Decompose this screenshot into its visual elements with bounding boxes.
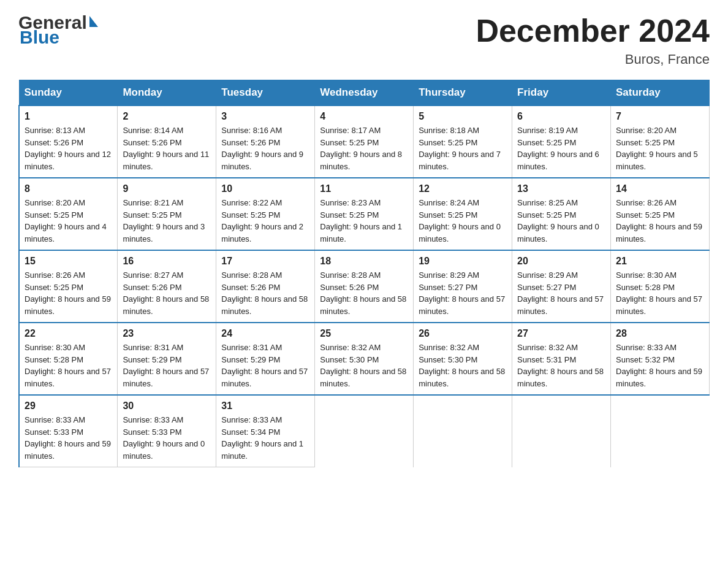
calendar-day-cell: 18 Sunrise: 8:28 AM Sunset: 5:26 PM Dayl… [315, 250, 414, 323]
day-number: 5 [419, 111, 507, 122]
day-info: Sunrise: 8:13 AM Sunset: 5:26 PM Dayligh… [25, 124, 112, 172]
day-number: 31 [221, 400, 309, 412]
day-number: 19 [419, 256, 507, 267]
calendar-day-cell: 24 Sunrise: 8:31 AM Sunset: 5:29 PM Dayl… [216, 323, 315, 395]
day-info: Sunrise: 8:20 AM Sunset: 5:25 PM Dayligh… [25, 197, 112, 245]
calendar-day-cell: 12 Sunrise: 8:24 AM Sunset: 5:25 PM Dayl… [414, 178, 512, 250]
calendar-day-cell: 10 Sunrise: 8:22 AM Sunset: 5:25 PM Dayl… [216, 178, 315, 250]
day-number: 10 [221, 183, 309, 194]
day-number: 7 [616, 111, 704, 122]
location-text: Buros, France [476, 52, 710, 67]
calendar-day-cell: 17 Sunrise: 8:28 AM Sunset: 5:26 PM Dayl… [216, 250, 315, 323]
col-friday: Friday [512, 80, 611, 106]
calendar-day-cell: 21 Sunrise: 8:30 AM Sunset: 5:28 PM Dayl… [611, 250, 710, 323]
calendar-table: Sunday Monday Tuesday Wednesday Thursday… [18, 80, 710, 467]
calendar-day-cell: 27 Sunrise: 8:32 AM Sunset: 5:31 PM Dayl… [512, 323, 611, 395]
day-info: Sunrise: 8:33 AM Sunset: 5:32 PM Dayligh… [616, 342, 704, 389]
page-header: General Blue December 2024 Buros, France [18, 12, 710, 67]
calendar-day-cell: 22 Sunrise: 8:30 AM Sunset: 5:28 PM Dayl… [19, 323, 118, 395]
col-saturday: Saturday [611, 80, 710, 106]
calendar-day-cell: 5 Sunrise: 8:18 AM Sunset: 5:25 PM Dayli… [414, 105, 512, 178]
day-info: Sunrise: 8:29 AM Sunset: 5:27 PM Dayligh… [419, 269, 507, 317]
day-number: 20 [517, 256, 605, 267]
day-info: Sunrise: 8:14 AM Sunset: 5:26 PM Dayligh… [123, 124, 211, 172]
calendar-week-row: 1 Sunrise: 8:13 AM Sunset: 5:26 PM Dayli… [19, 105, 710, 178]
day-number: 14 [616, 183, 704, 194]
calendar-day-cell: 20 Sunrise: 8:29 AM Sunset: 5:27 PM Dayl… [512, 250, 611, 323]
day-number: 26 [419, 328, 507, 339]
day-number: 29 [25, 400, 112, 412]
calendar-day-cell: 15 Sunrise: 8:26 AM Sunset: 5:25 PM Dayl… [19, 250, 118, 323]
day-number: 6 [517, 111, 605, 122]
day-info: Sunrise: 8:27 AM Sunset: 5:26 PM Dayligh… [123, 269, 211, 317]
day-info: Sunrise: 8:19 AM Sunset: 5:25 PM Dayligh… [517, 124, 605, 172]
calendar-day-cell: 11 Sunrise: 8:23 AM Sunset: 5:25 PM Dayl… [315, 178, 414, 250]
day-info: Sunrise: 8:26 AM Sunset: 5:25 PM Dayligh… [25, 269, 112, 317]
day-info: Sunrise: 8:29 AM Sunset: 5:27 PM Dayligh… [517, 269, 605, 317]
col-monday: Monday [118, 80, 216, 106]
logo-blue-text: Blue [20, 27, 59, 48]
calendar-day-cell: 16 Sunrise: 8:27 AM Sunset: 5:26 PM Dayl… [118, 250, 216, 323]
calendar-day-cell: 29 Sunrise: 8:33 AM Sunset: 5:33 PM Dayl… [19, 395, 118, 467]
day-info: Sunrise: 8:20 AM Sunset: 5:25 PM Dayligh… [616, 124, 704, 172]
day-number: 21 [616, 256, 704, 267]
month-title: December 2024 [476, 12, 710, 49]
day-number: 22 [25, 328, 112, 339]
calendar-header-row: Sunday Monday Tuesday Wednesday Thursday… [19, 80, 710, 106]
day-info: Sunrise: 8:21 AM Sunset: 5:25 PM Dayligh… [123, 197, 211, 245]
title-area: December 2024 Buros, France [476, 12, 710, 67]
day-info: Sunrise: 8:33 AM Sunset: 5:34 PM Dayligh… [221, 414, 309, 462]
day-info: Sunrise: 8:31 AM Sunset: 5:29 PM Dayligh… [123, 342, 211, 389]
col-wednesday: Wednesday [315, 80, 414, 106]
day-number: 4 [320, 111, 408, 122]
day-info: Sunrise: 8:31 AM Sunset: 5:29 PM Dayligh… [221, 342, 309, 389]
day-number: 12 [419, 183, 507, 194]
calendar-day-cell: 28 Sunrise: 8:33 AM Sunset: 5:32 PM Dayl… [611, 323, 710, 395]
day-number: 9 [123, 183, 211, 194]
day-number: 18 [320, 256, 408, 267]
day-info: Sunrise: 8:23 AM Sunset: 5:25 PM Dayligh… [320, 197, 408, 245]
day-number: 25 [320, 328, 408, 339]
day-info: Sunrise: 8:18 AM Sunset: 5:25 PM Dayligh… [419, 124, 507, 172]
day-number: 15 [25, 256, 112, 267]
calendar-day-cell: 26 Sunrise: 8:32 AM Sunset: 5:30 PM Dayl… [414, 323, 512, 395]
day-info: Sunrise: 8:17 AM Sunset: 5:25 PM Dayligh… [320, 124, 408, 172]
calendar-day-cell: 23 Sunrise: 8:31 AM Sunset: 5:29 PM Dayl… [118, 323, 216, 395]
day-number: 3 [221, 111, 309, 122]
day-info: Sunrise: 8:22 AM Sunset: 5:25 PM Dayligh… [221, 197, 309, 245]
day-number: 24 [221, 328, 309, 339]
day-number: 2 [123, 111, 211, 122]
calendar-day-cell [315, 395, 414, 467]
calendar-day-cell: 31 Sunrise: 8:33 AM Sunset: 5:34 PM Dayl… [216, 395, 315, 467]
day-info: Sunrise: 8:26 AM Sunset: 5:25 PM Dayligh… [616, 197, 704, 245]
logo-arrow-icon [89, 16, 98, 27]
calendar-day-cell [414, 395, 512, 467]
calendar-day-cell [611, 395, 710, 467]
calendar-day-cell: 19 Sunrise: 8:29 AM Sunset: 5:27 PM Dayl… [414, 250, 512, 323]
calendar-week-row: 22 Sunrise: 8:30 AM Sunset: 5:28 PM Dayl… [19, 323, 710, 395]
day-info: Sunrise: 8:33 AM Sunset: 5:33 PM Dayligh… [123, 414, 211, 462]
calendar-day-cell: 3 Sunrise: 8:16 AM Sunset: 5:26 PM Dayli… [216, 105, 315, 178]
day-number: 11 [320, 183, 408, 194]
calendar-day-cell: 14 Sunrise: 8:26 AM Sunset: 5:25 PM Dayl… [611, 178, 710, 250]
day-info: Sunrise: 8:16 AM Sunset: 5:26 PM Dayligh… [221, 124, 309, 172]
calendar-week-row: 8 Sunrise: 8:20 AM Sunset: 5:25 PM Dayli… [19, 178, 710, 250]
day-info: Sunrise: 8:32 AM Sunset: 5:30 PM Dayligh… [419, 342, 507, 389]
day-info: Sunrise: 8:28 AM Sunset: 5:26 PM Dayligh… [320, 269, 408, 317]
calendar-day-cell: 30 Sunrise: 8:33 AM Sunset: 5:33 PM Dayl… [118, 395, 216, 467]
day-info: Sunrise: 8:33 AM Sunset: 5:33 PM Dayligh… [25, 414, 112, 462]
col-sunday: Sunday [19, 80, 118, 106]
day-info: Sunrise: 8:30 AM Sunset: 5:28 PM Dayligh… [25, 342, 112, 389]
calendar-day-cell [512, 395, 611, 467]
day-info: Sunrise: 8:32 AM Sunset: 5:30 PM Dayligh… [320, 342, 408, 389]
day-info: Sunrise: 8:32 AM Sunset: 5:31 PM Dayligh… [517, 342, 605, 389]
logo: General Blue [18, 12, 98, 48]
day-info: Sunrise: 8:24 AM Sunset: 5:25 PM Dayligh… [419, 197, 507, 245]
day-number: 13 [517, 183, 605, 194]
calendar-day-cell: 2 Sunrise: 8:14 AM Sunset: 5:26 PM Dayli… [118, 105, 216, 178]
day-number: 1 [25, 111, 112, 122]
day-number: 16 [123, 256, 211, 267]
day-info: Sunrise: 8:25 AM Sunset: 5:25 PM Dayligh… [517, 197, 605, 245]
calendar-day-cell: 8 Sunrise: 8:20 AM Sunset: 5:25 PM Dayli… [19, 178, 118, 250]
day-number: 27 [517, 328, 605, 339]
